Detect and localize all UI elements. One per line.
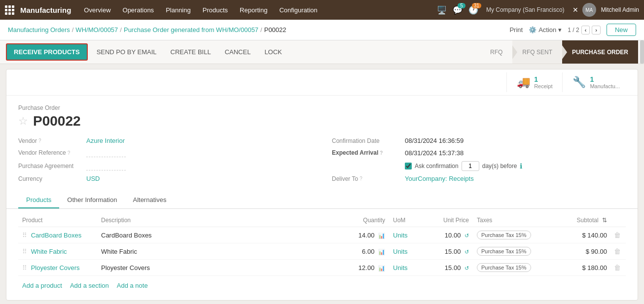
- breadcrumb-bar: Manufacturing Orders / WH/MO/00057 / Pur…: [0, 20, 644, 40]
- action-bar: RECEIVE PRODUCTS SEND PO BY EMAIL CREATE…: [0, 40, 644, 64]
- row3-tax-badge[interactable]: Purchase Tax 15%: [477, 263, 531, 272]
- row2-description[interactable]: White Fabric: [97, 243, 340, 260]
- row2-product-link[interactable]: White Fabric: [31, 248, 67, 255]
- add-product-link[interactable]: Add a product: [22, 282, 62, 289]
- row2-uom[interactable]: Units: [389, 243, 429, 260]
- vendor-help[interactable]: ?: [38, 138, 41, 143]
- status-rfq[interactable]: RFQ: [482, 40, 512, 64]
- row2-quantity: 6.00 📊: [340, 243, 389, 260]
- new-button[interactable]: New: [607, 24, 636, 36]
- nav-operations[interactable]: Operations: [118, 4, 159, 16]
- currency-value[interactable]: USD: [86, 175, 100, 182]
- row1-chart-icon[interactable]: 📊: [378, 233, 385, 238]
- nav-products[interactable]: Products: [198, 4, 233, 16]
- activity-icon[interactable]: 🕐 31: [468, 5, 478, 15]
- row3-description[interactable]: Ployester Covers: [97, 260, 340, 276]
- nav-configuration[interactable]: Configuration: [274, 4, 322, 16]
- days-before-input[interactable]: 1: [462, 161, 479, 171]
- send-po-email-button[interactable]: SEND PO BY EMAIL: [90, 44, 164, 60]
- close-icon[interactable]: ✕: [572, 6, 578, 14]
- expected-arrival-value[interactable]: 08/31/2024 15:37:38: [405, 149, 464, 157]
- status-purchase-order[interactable]: PURCHASE ORDER: [562, 40, 638, 64]
- row1-description[interactable]: CardBoard Boxes: [97, 227, 340, 243]
- tab-products[interactable]: Products: [18, 192, 59, 208]
- purchase-agreement-value[interactable]: [86, 162, 126, 170]
- table-row: ⠿ CardBoard Boxes CardBoard Boxes 14.00 …: [18, 227, 626, 243]
- breadcrumb-manufacturing-orders[interactable]: Manufacturing Orders: [8, 26, 70, 34]
- pager-next[interactable]: ›: [592, 26, 601, 34]
- tab-other-information[interactable]: Other Information: [59, 192, 125, 208]
- nav-planning[interactable]: Planning: [161, 4, 196, 16]
- receipt-info: 1 Receipt: [534, 75, 552, 89]
- avatar[interactable]: MA: [582, 3, 596, 17]
- vendor-reference-field: Vendor Reference ?: [18, 148, 312, 157]
- form-container: 🚚 1 Receipt 🔧 1 Manufactu... Purchase Or…: [6, 69, 638, 301]
- row3-product-link[interactable]: Ployester Covers: [31, 264, 80, 271]
- row2-delete-button[interactable]: 🗑: [613, 246, 622, 256]
- vendor-value[interactable]: Azure Interior: [86, 137, 125, 144]
- app-name[interactable]: Manufacturing: [20, 6, 71, 14]
- receive-products-button[interactable]: RECEIVE PRODUCTS: [6, 43, 88, 61]
- currency-field: Currency USD: [18, 175, 312, 182]
- pager-prev[interactable]: ‹: [581, 26, 590, 34]
- row3-delete[interactable]: 🗑: [611, 260, 626, 276]
- status-rfq-sent[interactable]: RFQ SENT: [512, 40, 562, 64]
- tab-alternatives[interactable]: Alternatives: [125, 192, 174, 208]
- row1-uom[interactable]: Units: [389, 227, 429, 243]
- manufacture-smart-button[interactable]: 🔧 1 Manufactu...: [562, 72, 630, 92]
- row1-product-link[interactable]: CardBoard Boxes: [31, 232, 82, 239]
- row2-refresh-icon[interactable]: ↺: [465, 249, 469, 255]
- ask-confirmation-checkbox[interactable]: [405, 163, 412, 169]
- create-bill-button[interactable]: CREATE BILL: [164, 44, 218, 60]
- row1-refresh-icon[interactable]: ↺: [465, 233, 469, 238]
- col-actions: [611, 214, 626, 227]
- row1-delete[interactable]: 🗑: [611, 227, 626, 243]
- row1-quantity: 14.00 📊: [340, 227, 389, 243]
- lock-button[interactable]: LOCK: [257, 44, 288, 60]
- col-subtotal: Subtotal ⇅: [562, 214, 611, 227]
- print-button[interactable]: Print: [509, 26, 523, 34]
- nav-overview[interactable]: Overview: [79, 4, 115, 16]
- row2-tax-badge[interactable]: Purchase Tax 15%: [477, 247, 531, 256]
- add-section-link[interactable]: Add a section: [70, 282, 109, 289]
- row2-delete[interactable]: 🗑: [611, 243, 626, 260]
- app-grid-icon[interactable]: [5, 5, 14, 15]
- sort-handle-3[interactable]: ⠿: [22, 264, 27, 271]
- favorite-star[interactable]: ☆: [18, 115, 28, 128]
- pager: 1 / 2 ‹ ›: [568, 26, 601, 34]
- deliver-to-value[interactable]: YourCompany: Receipts: [405, 175, 474, 182]
- sort-handle-2[interactable]: ⠿: [22, 248, 27, 255]
- breadcrumb-purchase-order[interactable]: Purchase Order generated from WH/MO/0005…: [124, 26, 258, 34]
- row3-product: ⠿ Ployester Covers: [18, 260, 97, 276]
- row1-product: ⠿ CardBoard Boxes: [18, 227, 97, 243]
- row1-delete-button[interactable]: 🗑: [613, 230, 622, 240]
- col-product: Product: [18, 214, 97, 227]
- sort-handle-1[interactable]: ⠿: [22, 232, 27, 239]
- purchase-agreement-field: Purchase Agreement: [18, 161, 312, 171]
- row2-product: ⠿ White Fabric: [18, 243, 97, 260]
- chat-icon[interactable]: 💬 5: [453, 5, 463, 15]
- row3-refresh-icon[interactable]: ↺: [465, 265, 469, 271]
- deliver-to-help[interactable]: ?: [359, 176, 362, 181]
- reorder-icon[interactable]: ⇅: [602, 217, 607, 224]
- form-fields: Vendor ? Azure Interior Confirmation Dat…: [18, 137, 626, 182]
- nav-reporting[interactable]: Reporting: [235, 4, 272, 16]
- row3-delete-button[interactable]: 🗑: [613, 263, 622, 272]
- breadcrumb-mo57[interactable]: WH/MO/00057: [75, 26, 118, 34]
- expected-arrival-help[interactable]: ?: [380, 150, 383, 156]
- ask-confirmation-text: Ask confirmation: [415, 163, 459, 169]
- ask-confirmation-field: Ask confirmation 1 day(s) before ℹ: [332, 161, 626, 171]
- action-button[interactable]: ⚙️ Action ▾: [529, 26, 562, 34]
- support-icon[interactable]: 🖥️: [437, 5, 447, 15]
- receipt-smart-button[interactable]: 🚚 1 Receipt: [506, 72, 562, 92]
- row1-tax-badge[interactable]: Purchase Tax 15%: [477, 231, 531, 239]
- row2-chart-icon[interactable]: 📊: [378, 249, 385, 255]
- vendor-ref-help[interactable]: ?: [68, 150, 71, 156]
- cancel-button[interactable]: CANCEL: [218, 44, 258, 60]
- vendor-reference-value[interactable]: [86, 148, 126, 157]
- receipt-icon: 🚚: [517, 76, 530, 89]
- row3-chart-icon[interactable]: 📊: [378, 265, 385, 271]
- row3-uom[interactable]: Units: [389, 260, 429, 276]
- info-icon[interactable]: ℹ: [520, 162, 522, 170]
- add-note-link[interactable]: Add a note: [117, 282, 148, 289]
